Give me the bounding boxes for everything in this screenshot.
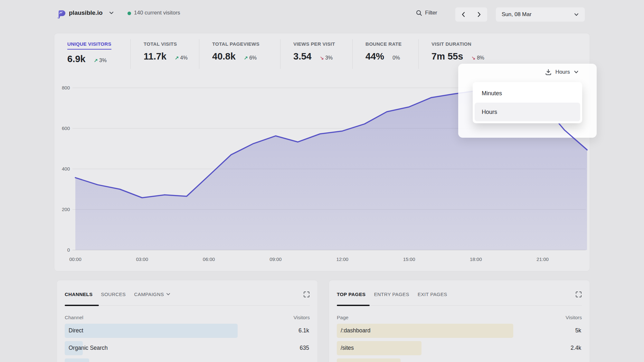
chevron-right-icon [477,12,481,17]
svg-text:03:00: 03:00 [136,256,148,262]
svg-text:800: 800 [62,85,70,90]
svg-text:0: 0 [67,247,70,253]
chevron-left-icon [461,12,465,17]
svg-text:21:00: 21:00 [536,256,549,262]
menu-item-hours[interactable]: Hours [475,103,580,121]
channel-row-partial [65,358,310,362]
date-range-picker[interactable]: Sun, 08 Mar [496,7,585,22]
tab-campaigns[interactable]: CAMPAIGNS [134,292,171,297]
svg-text:15:00: 15:00 [403,256,415,262]
svg-text:400: 400 [62,166,70,172]
pages-column-headers: Page Visitors [337,315,582,320]
svg-text:600: 600 [62,125,70,131]
svg-text:12:00: 12:00 [336,256,348,262]
prev-period-button[interactable] [457,8,470,21]
tab-exit-pages[interactable]: EXIT PAGES [418,292,447,297]
chart-line-overlay-segment [555,124,591,156]
channels-column-headers: Channel Visitors [65,315,310,320]
plausible-logo-icon [57,8,66,19]
svg-text:09:00: 09:00 [270,256,282,262]
channels-panel: CHANNELS SOURCES CAMPAIGNS Channel Visit… [57,280,318,362]
top-header: plausible.io 140 current visitors Filter… [0,0,644,29]
svg-text:200: 200 [62,207,70,212]
page-row-dashboard[interactable]: /:dashboard 5k [337,324,582,338]
filter-button[interactable]: Filter [416,10,437,16]
current-visitors-count[interactable]: 140 current visitors [134,10,180,16]
pages-panel: TOP PAGES ENTRY PAGES EXIT PAGES Page Vi… [329,280,590,362]
page-row-partial [337,358,582,362]
interval-dropdown-button[interactable]: Hours [545,69,579,75]
filter-label: Filter [425,10,437,16]
live-visitors-dot [128,12,131,15]
tab-entry-pages[interactable]: ENTRY PAGES [374,292,409,297]
channels-tab-row: CHANNELS SOURCES CAMPAIGNS [65,290,310,298]
search-icon [416,10,422,16]
download-icon[interactable] [545,69,552,75]
date-nav-group [455,7,488,22]
chevron-down-icon [574,70,579,74]
next-period-button[interactable] [473,8,486,21]
date-range-label: Sun, 08 Mar [502,11,532,18]
tab-sources[interactable]: SOURCES [101,292,126,297]
channel-row-organic-search[interactable]: Organic Search 635 [65,341,310,355]
row-bar [337,358,401,362]
tab-divider [337,305,582,306]
svg-text:06:00: 06:00 [203,256,215,262]
tab-divider [65,305,310,306]
pages-tab-row: TOP PAGES ENTRY PAGES EXIT PAGES [337,290,582,298]
channel-row-direct[interactable]: Direct 6.1k [65,324,310,338]
chevron-down-icon [574,13,579,16]
chevron-down-icon [166,293,170,296]
menu-item-minutes[interactable]: Minutes [475,84,580,103]
tab-top-pages[interactable]: TOP PAGES [337,292,365,297]
site-name[interactable]: plausible.io [69,9,103,16]
row-bar [65,358,89,362]
interval-selected-label: Hours [555,69,570,75]
interval-dropdown-menu: Minutes Hours [473,82,582,123]
svg-text:00:00: 00:00 [69,256,81,262]
expand-icon[interactable] [575,291,582,298]
row-bar [65,324,238,338]
site-switcher-chevron-down-icon[interactable] [109,11,114,15]
tab-channels[interactable]: CHANNELS [65,292,93,297]
svg-text:18:00: 18:00 [470,256,482,262]
page-row-sites[interactable]: /sites 2.4k [337,341,582,355]
expand-icon[interactable] [303,291,310,298]
